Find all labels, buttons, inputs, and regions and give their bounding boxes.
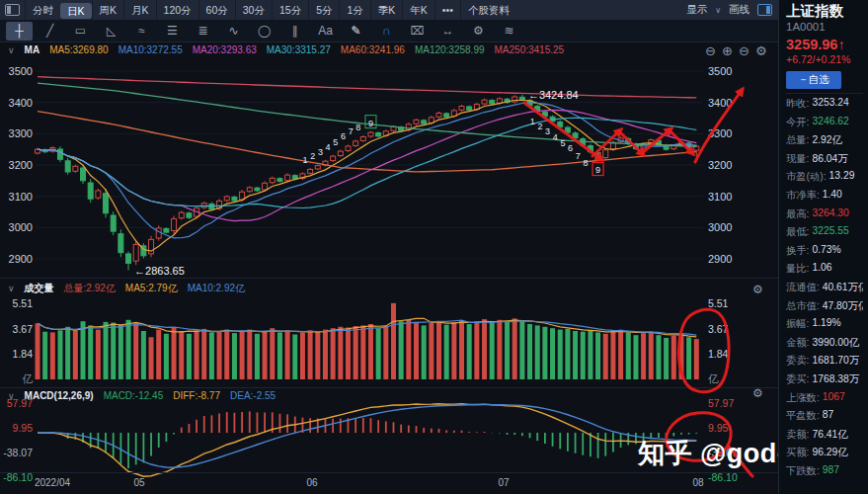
gann-fan-tool[interactable]: ◺ <box>98 22 124 41</box>
candle-body <box>354 141 358 145</box>
period-tab-4[interactable]: 120分 <box>156 0 198 20</box>
axis-label: 5.51 <box>708 297 729 309</box>
volume-bar <box>550 328 555 379</box>
quote-row-label: 现量: <box>786 152 809 171</box>
volume-gear-icon[interactable]: ⚙ <box>752 283 763 296</box>
fib-retracement-tool[interactable]: ☰ <box>159 22 186 41</box>
period-tab-0[interactable]: 分时 <box>25 0 60 20</box>
period-tab-3[interactable]: 月K <box>123 0 156 20</box>
axis-label: -38.07 <box>3 447 33 458</box>
volume-bar <box>436 321 441 379</box>
date-label: 2022/04 <box>35 477 71 488</box>
period-tab-7[interactable]: 15分 <box>272 0 308 20</box>
volume-bar <box>429 323 434 379</box>
macd-value-2: DEA:-2.55 <box>230 390 276 401</box>
magnet-tool[interactable]: ∩ <box>373 22 400 41</box>
collapse-chevron-icon[interactable]: ∨ <box>8 284 15 293</box>
collapse-icon[interactable]: ⊖ <box>739 43 750 58</box>
volume-bars <box>36 303 699 379</box>
quote-row-label: 流通值: <box>786 281 820 299</box>
candle-body <box>111 215 116 231</box>
volume-bar <box>422 325 427 379</box>
index-change: +6.72/+0.21% <box>786 53 863 66</box>
volume-bar <box>535 325 540 379</box>
volume-bar <box>346 328 351 380</box>
collapse-chevron-icon[interactable]: ∨ <box>8 391 15 401</box>
td-down-count: 6 <box>568 143 573 153</box>
quote-row-5: 市净率:1.40 <box>786 189 863 207</box>
td-down-count: 1 <box>530 117 535 126</box>
price-value: 3259.96 <box>786 37 837 52</box>
layout-toggle-icon[interactable] <box>5 4 20 16</box>
volume-bar <box>519 321 524 380</box>
volume-bar <box>118 325 123 379</box>
trendline-tool[interactable]: ╱ <box>37 22 63 41</box>
panel-toggle-icon[interactable] <box>757 4 772 16</box>
expand-horizontal-tool[interactable]: ↔ <box>434 22 461 41</box>
quote-row-6: 最高:3264.30 <box>786 207 863 226</box>
curve-tool[interactable]: ≈ <box>128 22 155 41</box>
display-menu[interactable]: 显示 <box>686 3 707 17</box>
quote-row-label: 总市值: <box>786 299 820 318</box>
ma250-line <box>38 77 696 98</box>
ellipse-tool[interactable]: ◯ <box>251 22 277 41</box>
period-tab-8[interactable]: 5分 <box>308 0 339 20</box>
volume-bar <box>588 330 592 379</box>
period-tab-12[interactable]: ••• <box>434 0 460 20</box>
volume-bar <box>111 323 116 379</box>
volume-bar <box>88 325 93 379</box>
volume-bar <box>187 334 192 379</box>
settings-tool[interactable]: ⚙ <box>465 22 492 41</box>
period-tab-10[interactable]: 季K <box>370 0 403 20</box>
volume-bar <box>50 332 55 379</box>
parallel-lines-tool[interactable]: ∥ <box>281 22 308 41</box>
axis-label: 57.97 <box>708 397 734 409</box>
gear-icon[interactable]: ⚙ <box>755 43 767 58</box>
candle-body <box>270 178 275 182</box>
candle-body <box>88 183 93 199</box>
text-tool[interactable]: Aa <box>312 22 339 41</box>
period-tab-2[interactable]: 周K <box>92 0 124 20</box>
candle-body <box>277 179 282 182</box>
drawline-button[interactable]: 画线 <box>729 3 750 17</box>
volume-bar <box>686 337 691 379</box>
candle-body <box>414 120 419 124</box>
macd-gear-icon[interactable]: ⚙ <box>752 386 763 400</box>
quote-row-20: 下跌数:987 <box>786 464 863 483</box>
volume-bar <box>368 324 373 379</box>
volume-bar <box>104 322 109 379</box>
collapse-chevron-icon[interactable]: ∨ <box>8 45 15 55</box>
volume-bar <box>96 330 101 379</box>
trash-icon[interactable]: ⌧ <box>404 22 431 41</box>
crosshair-tool[interactable]: ┼ <box>6 22 33 41</box>
zoom-out-icon[interactable]: ⊖ <box>705 43 716 58</box>
zoom-in-icon[interactable]: ⊕ <box>722 43 733 58</box>
rectangle-tool[interactable]: ▭ <box>67 22 94 41</box>
layers-tool[interactable]: ≋ <box>496 22 522 41</box>
volume-bar <box>232 333 237 379</box>
brush-tool[interactable]: ✎ <box>343 22 369 41</box>
period-tab-5[interactable]: 60分 <box>198 0 235 20</box>
volume-bar <box>527 324 532 379</box>
date-label: 06 <box>306 477 318 488</box>
volume-bar <box>497 320 502 379</box>
candle-body <box>172 218 177 230</box>
wave-tool[interactable]: ∿ <box>220 22 247 41</box>
period-tab-11[interactable]: 年K <box>402 0 434 20</box>
down-arrow-1 <box>524 103 602 160</box>
macd-title: MACD(12,26,9) <box>25 390 94 401</box>
volume-bar <box>542 327 547 379</box>
channel-tool[interactable]: ≣ <box>190 22 216 41</box>
candle-body <box>201 204 206 207</box>
td-up-count: 3 <box>318 147 323 157</box>
volume-bar <box>565 329 570 379</box>
period-tab-1[interactable]: 日K <box>60 3 92 19</box>
period-tab-6[interactable]: 30分 <box>235 0 272 20</box>
period-tab-13[interactable]: 个股资料 <box>460 0 516 20</box>
chart-canvas[interactable]: 3500350034003400330033003200320031003100… <box>0 0 778 494</box>
quote-row-label: 市净率: <box>786 189 820 207</box>
axis-label: 2900 <box>9 253 33 265</box>
watchlist-remove-button[interactable]: －自选 <box>786 71 841 89</box>
period-tab-9[interactable]: 1分 <box>339 0 369 20</box>
candle-body <box>65 161 70 172</box>
